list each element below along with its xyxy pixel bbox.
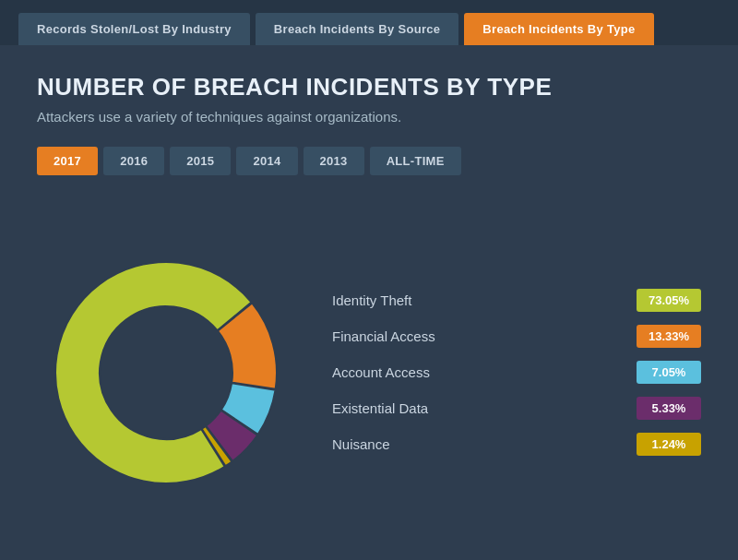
- legend-label: Financial Access: [332, 328, 637, 344]
- tab-type[interactable]: Breach Incidents By Type: [464, 13, 653, 45]
- legend-badge: 13.33%: [637, 325, 701, 348]
- year-btn-2015[interactable]: 2015: [170, 147, 231, 175]
- year-btn-all-time[interactable]: ALL-TIME: [370, 147, 461, 175]
- legend-badge: 73.05%: [637, 289, 701, 312]
- legend-badge: 1.24%: [637, 433, 701, 456]
- legend-item: Financial Access13.33%: [332, 325, 701, 348]
- page-subtitle: Attackers use a variety of techniques ag…: [37, 109, 701, 125]
- main-container: Records Stolen/Lost By IndustryBreach In…: [0, 0, 738, 560]
- year-btn-2013[interactable]: 2013: [304, 147, 364, 175]
- legend-item: Nuisance1.24%: [332, 433, 701, 456]
- legend-label: Identity Theft: [332, 292, 637, 308]
- legend-label: Existential Data: [332, 400, 637, 416]
- legend-item: Existential Data5.33%: [332, 397, 701, 420]
- legend-label: Nuisance: [332, 436, 637, 452]
- year-btn-2016[interactable]: 2016: [103, 147, 164, 175]
- content-area: NUMBER OF BREACH INCIDENTS BY TYPE Attac…: [0, 45, 738, 560]
- chart-row: Identity Theft73.05%Financial Access13.3…: [37, 203, 701, 542]
- donut-chart: [37, 244, 295, 502]
- year-btn-2014[interactable]: 2014: [236, 147, 297, 175]
- legend-badge: 7.05%: [637, 361, 701, 384]
- year-btn-2017[interactable]: 2017: [37, 147, 98, 175]
- legend-label: Account Access: [332, 364, 637, 380]
- legend-item: Identity Theft73.05%: [332, 289, 701, 312]
- tab-bar: Records Stolen/Lost By IndustryBreach In…: [0, 0, 738, 45]
- page-title: NUMBER OF BREACH INCIDENTS BY TYPE: [37, 73, 701, 101]
- legend: Identity Theft73.05%Financial Access13.3…: [332, 289, 701, 456]
- year-filters: 20172016201520142013ALL-TIME: [37, 147, 701, 175]
- legend-item: Account Access7.05%: [332, 361, 701, 384]
- tab-source[interactable]: Breach Incidents By Source: [256, 13, 458, 45]
- legend-badge: 5.33%: [637, 397, 701, 420]
- tab-records[interactable]: Records Stolen/Lost By Industry: [18, 13, 250, 45]
